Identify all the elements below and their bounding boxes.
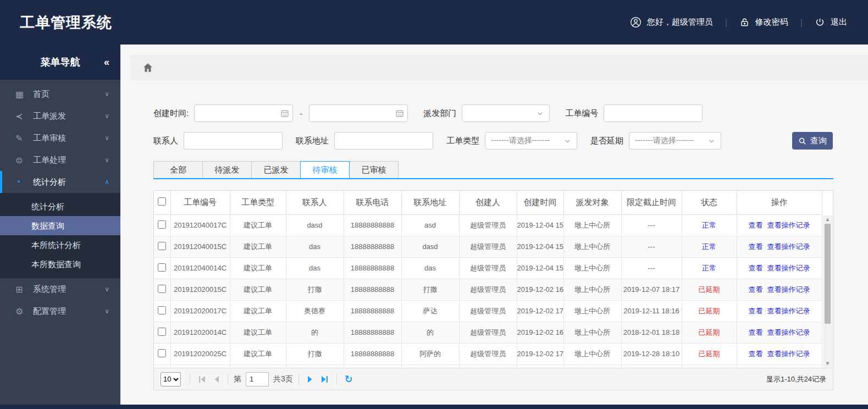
table-row: 201912020014C 建议工单 的 18888888888 的 超级管理员…	[154, 322, 822, 343]
tab[interactable]: 已派发	[251, 161, 301, 178]
view-link[interactable]: 查看	[749, 242, 763, 251]
order-no-input[interactable]	[604, 104, 703, 122]
chevron-icon	[104, 112, 109, 120]
records-summary: 显示1-10,共24记录	[766, 374, 826, 384]
row-checkbox[interactable]	[158, 263, 166, 272]
dispatch-dept-select[interactable]	[462, 104, 550, 122]
cell-order-type: 建议工单	[230, 300, 286, 322]
cell-deadline: ---	[621, 257, 682, 279]
status-badge: 已延期	[699, 328, 720, 336]
sidebar-item[interactable]: 统计分析	[0, 171, 120, 193]
row-checkbox[interactable]	[158, 306, 166, 314]
home-icon[interactable]	[142, 62, 153, 73]
column-header: 联系电话	[344, 191, 401, 214]
cell-creator: 超级管理员	[459, 257, 517, 279]
sidebar-subitem[interactable]: 数据查询	[0, 216, 120, 235]
calendar-icon[interactable]	[395, 109, 404, 118]
view-log-link[interactable]: 查看操作记录	[767, 328, 810, 336]
row-checkbox[interactable]	[158, 285, 166, 293]
column-header: 工单类型	[230, 191, 286, 214]
user-menu[interactable]: 您好，超级管理员	[630, 16, 713, 28]
cell-operations: 查看查看操作记录	[737, 322, 822, 343]
sidebar-item[interactable]: 工单派发	[0, 105, 120, 127]
logout-button[interactable]: 退出	[815, 17, 847, 27]
cell-operations: 查看查看操作记录	[737, 300, 822, 322]
change-password-button[interactable]: 修改密码	[739, 17, 788, 27]
sidebar-item[interactable]: 系统管理	[0, 278, 120, 300]
cell-address: 萨达	[401, 300, 459, 322]
order-type-select[interactable]: -------请选择-------	[485, 132, 577, 150]
page-number-input[interactable]	[246, 372, 269, 386]
next-page-button[interactable]	[307, 375, 313, 383]
sidebar-item[interactable]: 工单处理	[0, 149, 120, 171]
header-divider: |	[800, 18, 803, 27]
view-log-link[interactable]: 查看操作记录	[767, 285, 810, 294]
cell-order-no: 201912040014C	[170, 257, 230, 279]
change-password-label: 修改密码	[755, 17, 788, 27]
search-button[interactable]: 查询	[792, 132, 833, 150]
range-separator: -	[300, 109, 302, 118]
row-checkbox[interactable]	[158, 220, 166, 229]
filter-row-2: 联系人 联系地址 工单类型 -------请选择------- 是否延期 ---…	[153, 132, 833, 150]
power-icon	[815, 17, 825, 27]
view-link[interactable]: 查看	[749, 285, 763, 294]
contact-input[interactable]	[184, 132, 283, 150]
tab[interactable]: 已审核	[349, 161, 399, 178]
sidebar-item[interactable]: 工单审核	[0, 127, 120, 149]
page-size-select[interactable]: 10	[161, 372, 181, 386]
scroll-up-icon[interactable]: ▲	[825, 215, 830, 223]
sidebar-subitem[interactable]: 本所数据查询	[0, 255, 120, 274]
sidebar-subitem[interactable]: 本所统计分析	[0, 235, 120, 255]
tab[interactable]: 待审核	[300, 161, 350, 178]
cell-target: 墩上中心所	[563, 300, 621, 322]
cell-target: 墩上中心所	[563, 322, 621, 343]
first-page-button[interactable]	[198, 375, 207, 383]
prev-page-icon	[213, 375, 220, 383]
filter-row-1: 创建时间: - 派发部门 工单编号	[153, 104, 833, 122]
view-log-link[interactable]: 查看操作记录	[767, 264, 810, 272]
view-log-link[interactable]: 查看操作记录	[767, 350, 810, 358]
tab[interactable]: 待派发	[202, 161, 252, 178]
view-log-link[interactable]: 查看操作记录	[767, 221, 810, 229]
sidebar-item[interactable]: 配置管理	[0, 300, 120, 322]
order-type-label: 工单类型	[446, 136, 479, 146]
row-checkbox[interactable]	[158, 242, 166, 250]
view-link[interactable]: 查看	[749, 350, 763, 358]
view-log-link[interactable]: 查看操作记录	[767, 307, 810, 315]
view-link[interactable]: 查看	[749, 328, 763, 336]
view-log-link[interactable]: 查看操作记录	[767, 242, 810, 251]
select-all-checkbox[interactable]	[158, 197, 166, 206]
calendar-icon[interactable]	[280, 109, 289, 118]
last-page-button[interactable]	[320, 375, 329, 383]
scroll-down-icon[interactable]: ▼	[825, 360, 830, 367]
view-link[interactable]: 查看	[749, 307, 763, 315]
collapse-sidebar-icon[interactable]: «	[104, 57, 108, 68]
cell-order-type: 建议工单	[230, 214, 286, 236]
prev-page-button[interactable]	[213, 375, 220, 383]
total-pages-label: 共3页	[273, 374, 293, 384]
tab[interactable]: 全部	[153, 161, 203, 178]
cell-creator: 超级管理员	[459, 279, 517, 300]
cell-created: 2019-12-02 16	[517, 279, 563, 300]
cell-order-type: 建议工单	[230, 322, 286, 343]
create-time-start-input[interactable]	[194, 104, 293, 122]
table-row: 201912020025C 建议工单 打撒 18888888888 阿萨的 超级…	[154, 343, 822, 364]
row-checkbox[interactable]	[158, 328, 166, 336]
sidebar-item[interactable]: 首页	[0, 83, 120, 105]
row-checkbox[interactable]	[158, 349, 166, 357]
create-time-end-input[interactable]	[309, 104, 408, 122]
sidebar-subitem[interactable]: 统计分析	[0, 197, 120, 216]
view-link[interactable]: 查看	[749, 264, 763, 272]
cell-deadline: 2019-12-28 18:10	[621, 343, 682, 364]
cell-deadline: 2019-12-07 18:17	[621, 279, 682, 300]
refresh-icon[interactable]: ↻	[345, 373, 353, 385]
table-scrollbar[interactable]: ▲ ▼	[823, 215, 832, 367]
scrollbar-thumb[interactable]	[825, 224, 831, 324]
cell-operations: 查看查看操作记录	[737, 279, 822, 300]
cell-creator: 超级管理员	[459, 343, 517, 364]
column-header: 联系人	[286, 191, 344, 214]
delay-select[interactable]: -------请选择-------	[629, 132, 721, 150]
next-page-icon	[307, 375, 313, 383]
view-link[interactable]: 查看	[749, 221, 763, 229]
address-input[interactable]	[334, 132, 433, 150]
